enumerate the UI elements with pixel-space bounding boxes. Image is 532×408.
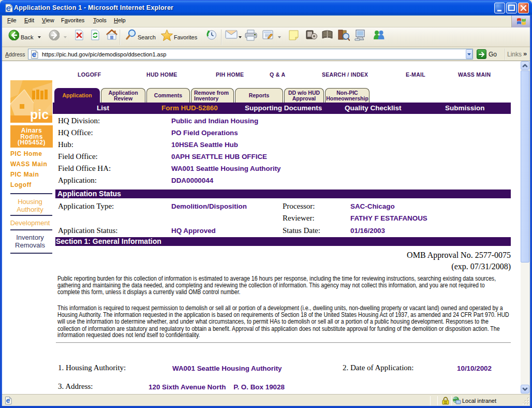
svg-text:pic: pic	[30, 107, 49, 122]
